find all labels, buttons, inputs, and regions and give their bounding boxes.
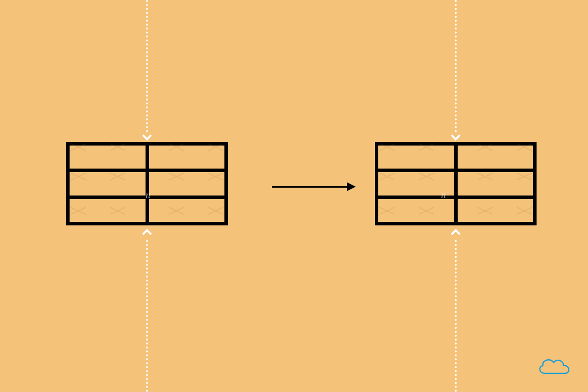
table-cell [149, 172, 225, 195]
table-row [70, 172, 224, 198]
table-cell [70, 199, 149, 222]
dotted-guide-right-bottom [455, 240, 457, 392]
chevron-down-icon [451, 131, 461, 141]
table-row [70, 199, 224, 222]
table-row [378, 199, 533, 222]
table-row [378, 172, 533, 198]
table-cell [378, 199, 458, 222]
arrow-right-icon [347, 182, 356, 191]
dotted-guide-right-top [455, 0, 457, 132]
left-table [66, 142, 228, 225]
table-cell [458, 172, 534, 195]
table-cell [458, 199, 534, 222]
table-row [378, 146, 533, 172]
table-cell [149, 146, 225, 169]
dotted-guide-left-top [146, 0, 148, 132]
table-cell [378, 146, 458, 169]
table-cell [458, 146, 534, 169]
chevron-up-icon [142, 229, 152, 239]
table-cell [149, 199, 225, 222]
table-cell [378, 172, 458, 195]
chevron-up-icon [451, 229, 461, 239]
chevron-down-icon [142, 131, 152, 141]
dotted-guide-left-bottom [146, 240, 148, 392]
table-cell [70, 146, 149, 169]
table-row [70, 146, 224, 172]
right-table [375, 142, 537, 225]
cloud-icon [535, 354, 573, 377]
table-cell [70, 172, 149, 195]
transform-arrow-line [272, 186, 348, 188]
